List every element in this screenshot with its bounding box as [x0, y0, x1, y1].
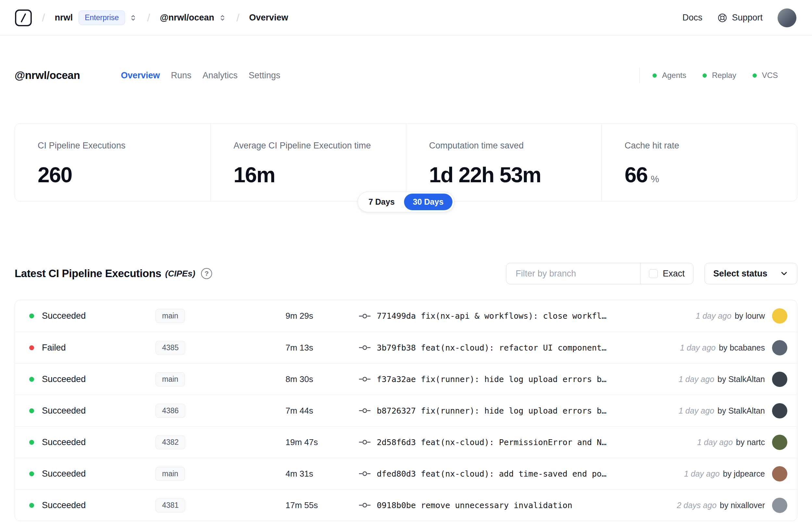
branch-badge[interactable]: 4381	[156, 498, 185, 512]
legend-divider	[639, 68, 640, 83]
breadcrumb-workspace[interactable]: @nrwl/ocean	[160, 13, 214, 23]
top-navbar: / nrwl Enterprise / @nrwl/ocean / Overvi…	[0, 0, 812, 36]
branch-badge[interactable]: main	[156, 372, 185, 386]
avatar	[772, 466, 787, 481]
table-row[interactable]: Succeeded main 9m 29s 771499da fix(nx-ap…	[15, 300, 797, 332]
commit-message[interactable]: 771499da fix(nx-api & workflows): close …	[377, 311, 696, 321]
author: by StalkAltan	[718, 406, 765, 416]
commit-message[interactable]: f37a32ae fix(runner): hide log upload er…	[377, 375, 678, 384]
status-dot	[653, 73, 657, 78]
stat-label: Average CI Pipeline Execution time	[233, 141, 399, 151]
relative-time: 1 day ago	[696, 311, 732, 321]
table-row[interactable]: Succeeded 4386 7m 44s b8726327 fix(runne…	[15, 395, 797, 426]
duration: 9m 29s	[286, 311, 358, 321]
stat-value: 260	[38, 162, 204, 187]
table-row[interactable]: Succeeded main 8m 30s f37a32ae fix(runne…	[15, 363, 797, 395]
commit-message[interactable]: 3b79fb38 feat(nx-cloud): refactor UI com…	[377, 343, 680, 352]
avatar	[772, 308, 787, 324]
date-range-toggle: 7 Days 30 Days	[357, 192, 454, 212]
breadcrumb-separator: /	[42, 11, 45, 24]
status-label: Succeeded	[42, 469, 156, 479]
support-link[interactable]: Support	[717, 13, 763, 23]
stat-card-ci-pipeline-executions: CI Pipeline Executions 260	[15, 124, 211, 201]
range-7-days-button[interactable]: 7 Days	[359, 194, 403, 210]
exact-label: Exact	[663, 269, 685, 279]
duration: 17m 55s	[286, 500, 358, 510]
branch-filter-input[interactable]	[506, 263, 640, 284]
branch-badge[interactable]: main	[156, 309, 185, 323]
status-label: Succeeded	[42, 311, 156, 321]
relative-time: 2 days ago	[677, 501, 717, 510]
help-icon[interactable]: ?	[201, 268, 212, 279]
stat-card-computation-time-saved: Computation time saved 1d 22h 53m	[406, 124, 601, 201]
tab-settings[interactable]: Settings	[248, 71, 280, 80]
table-row[interactable]: Failed 4385 7m 13s 3b79fb38 feat(nx-clou…	[15, 332, 797, 363]
commit-icon	[358, 501, 371, 510]
tab-analytics[interactable]: Analytics	[202, 71, 238, 80]
commit-message[interactable]: b8726327 fix(runner): hide log upload er…	[377, 406, 678, 416]
commit-message[interactable]: 2d58f6d3 feat(nx-cloud): PermissionError…	[377, 438, 697, 447]
branch-badge[interactable]: 4382	[156, 435, 185, 449]
status-select-dropdown[interactable]: Select status	[704, 263, 797, 284]
branch-badge[interactable]: 4386	[156, 404, 185, 418]
exact-checkbox[interactable]	[649, 269, 658, 278]
table-row[interactable]: Succeeded main 4m 31s dfed80d3 feat(nx-c…	[15, 458, 797, 489]
cipes-section-header: Latest CI Pipeline Executions (CIPEs) ? …	[0, 263, 812, 284]
commit-icon	[358, 438, 371, 447]
status-label: Succeeded	[42, 406, 156, 416]
relative-time: 1 day ago	[684, 469, 720, 479]
range-30-days-button[interactable]: 30 Days	[404, 194, 453, 210]
stat-label: Computation time saved	[429, 141, 595, 151]
stat-value: 66%	[625, 162, 791, 187]
status-select-label: Select status	[713, 269, 767, 279]
workspace-header: @nrwl/ocean Overview Runs Analytics Sett…	[0, 65, 812, 85]
cipes-title-suffix: (CIPEs)	[165, 269, 195, 279]
table-row[interactable]: Succeeded 4382 19m 47s 2d58f6d3 feat(nx-…	[15, 426, 797, 458]
status-dot	[29, 345, 34, 350]
stat-value: 1d 22h 53m	[429, 162, 595, 187]
user-avatar[interactable]	[778, 9, 796, 27]
commit-icon	[358, 375, 371, 384]
legend-item-agents[interactable]: Agents	[653, 71, 686, 80]
avatar	[772, 340, 787, 356]
commit-message[interactable]: dfed80d3 feat(nx-cloud): add time-saved …	[377, 469, 684, 479]
branch-badge[interactable]: 4385	[156, 341, 185, 355]
stat-label: Cache hit rate	[625, 141, 791, 151]
commit-icon	[358, 312, 371, 321]
avatar	[772, 372, 787, 387]
tab-overview[interactable]: Overview	[121, 71, 160, 80]
author: by lourw	[735, 311, 765, 321]
commit-message[interactable]: 0918b0be remove unnecessary invalidation	[377, 501, 677, 510]
org-switcher-icon[interactable]	[129, 14, 137, 22]
status-dot	[29, 377, 34, 382]
status-label: Succeeded	[42, 500, 156, 510]
status-label: Failed	[42, 343, 156, 353]
status-dot	[29, 471, 34, 476]
commit-icon	[358, 406, 371, 415]
commit-icon	[358, 469, 371, 478]
branch-badge[interactable]: main	[156, 467, 185, 481]
workspace-switcher-icon[interactable]	[218, 14, 227, 22]
avatar	[772, 498, 787, 513]
exact-toggle[interactable]: Exact	[641, 269, 693, 279]
tab-runs[interactable]: Runs	[171, 71, 191, 80]
docs-link[interactable]: Docs	[683, 13, 703, 23]
stat-card-cache-hit-rate: Cache hit rate 66%	[601, 124, 797, 201]
legend-item-replay[interactable]: Replay	[703, 71, 736, 80]
author: by bcabanes	[719, 343, 765, 352]
support-icon	[717, 13, 727, 23]
relative-time: 1 day ago	[678, 375, 714, 384]
breadcrumb-separator: /	[147, 11, 150, 24]
stat-value: 16m	[233, 162, 399, 187]
breadcrumb-org[interactable]: nrwl	[55, 13, 73, 23]
status-dot	[29, 408, 34, 413]
stats-cards: CI Pipeline Executions 260 Average CI Pi…	[15, 123, 797, 201]
legend-item-vcs[interactable]: VCS	[753, 71, 778, 80]
table-row[interactable]: Succeeded 4381 17m 55s 0918b0be remove u…	[15, 489, 797, 521]
nx-cloud-logo[interactable]	[15, 9, 32, 27]
chevron-down-icon	[780, 269, 788, 278]
status-dot	[703, 73, 707, 78]
stat-label: CI Pipeline Executions	[38, 141, 204, 151]
author: by nartc	[736, 438, 765, 447]
cipe-table: Succeeded main 9m 29s 771499da fix(nx-ap…	[15, 300, 797, 521]
